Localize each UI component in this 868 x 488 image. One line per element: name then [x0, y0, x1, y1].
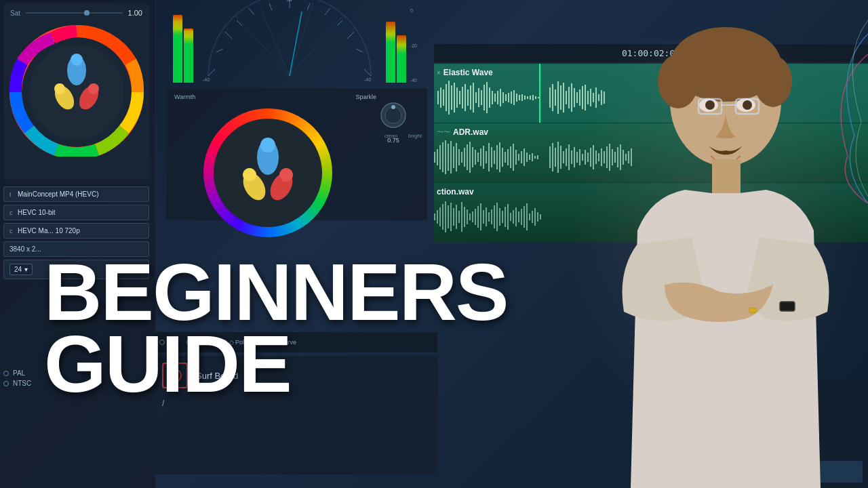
svg-rect-183	[477, 206, 479, 228]
svg-rect-194	[507, 204, 509, 230]
svg-rect-135	[537, 155, 538, 159]
svg-rect-179	[467, 209, 468, 224]
big-text-overlay: BEGINNERS GUIDE	[44, 256, 508, 400]
codec-preset-dropdown[interactable]: c HEVC Ma... 10 720p	[3, 223, 149, 239]
svg-rect-82	[566, 91, 567, 104]
meter-bar-r1	[386, 22, 395, 83]
svg-rect-57	[489, 87, 490, 108]
svg-rect-83	[568, 87, 570, 108]
svg-rect-172	[448, 205, 449, 228]
svg-rect-156	[604, 151, 605, 163]
timecode-display: 01:00:02:00	[622, 48, 680, 58]
codec-format-dropdown[interactable]: t MainConcept MP4 (HEVC)	[3, 186, 149, 202]
svg-rect-175	[456, 205, 457, 229]
wav-label: ction.wav	[437, 187, 474, 197]
svg-rect-116	[486, 151, 487, 163]
svg-rect-123	[505, 152, 506, 163]
svg-rect-92	[593, 93, 594, 102]
bright-label: bright	[408, 133, 422, 139]
svg-rect-181	[472, 211, 473, 222]
svg-rect-106	[458, 149, 460, 165]
db-label-top: 0	[410, 8, 417, 13]
logo-ring	[203, 108, 332, 237]
svg-rect-87	[579, 89, 580, 106]
svg-rect-67	[516, 94, 517, 102]
svg-rect-126	[513, 144, 514, 171]
fps-dropdown[interactable]: 24 ▾	[9, 264, 33, 275]
svg-rect-152	[593, 145, 594, 169]
svg-rect-98	[437, 149, 438, 165]
meter-area: M -40 -40 0 -20 -40	[166, 0, 424, 88]
svg-rect-142	[566, 148, 567, 166]
svg-rect-173	[450, 203, 452, 231]
svg-rect-164	[625, 154, 627, 161]
svg-text:M: M	[287, 0, 292, 3]
svg-rect-206	[540, 214, 541, 220]
svg-rect-88	[582, 86, 583, 109]
svg-rect-162	[620, 144, 621, 170]
svg-rect-93	[595, 87, 597, 108]
svg-rect-79	[557, 81, 559, 114]
svg-point-31	[391, 105, 395, 109]
svg-rect-169	[439, 207, 441, 226]
svg-rect-58	[492, 91, 493, 104]
svg-rect-117	[488, 143, 490, 171]
bottom-right-button[interactable]: Action	[738, 461, 863, 483]
svg-rect-49	[467, 89, 469, 106]
svg-rect-97	[434, 152, 435, 163]
svg-rect-78	[555, 89, 556, 106]
svg-rect-127	[515, 150, 517, 165]
svg-rect-45	[456, 87, 458, 108]
svg-rect-190	[496, 203, 498, 231]
svg-rect-149	[585, 150, 586, 165]
svg-rect-167	[434, 214, 435, 220]
svg-rect-144	[571, 150, 572, 164]
svg-rect-65	[511, 92, 512, 104]
svg-rect-131	[526, 152, 528, 162]
svg-rect-56	[486, 82, 488, 113]
svg-rect-166	[631, 148, 632, 166]
wave-icon-adr: 〜〜	[437, 127, 450, 137]
svg-rect-198	[518, 211, 519, 222]
svg-rect-105	[456, 143, 457, 171]
svg-line-16	[237, 20, 242, 26]
svg-line-14	[364, 69, 371, 76]
svg-rect-100	[442, 142, 443, 172]
curve-lines-area	[732, 0, 868, 203]
close-icon-elastic[interactable]: ×	[437, 69, 441, 77]
svg-rect-202	[529, 214, 530, 220]
svg-point-3	[71, 54, 83, 66]
svg-rect-154	[598, 153, 599, 161]
svg-rect-70	[524, 96, 526, 100]
wav-header: ction.wav	[437, 187, 474, 197]
svg-rect-74	[535, 96, 536, 99]
svg-rect-125	[510, 146, 511, 168]
svg-rect-147	[579, 149, 580, 165]
svg-rect-182	[475, 209, 476, 225]
svg-rect-139	[557, 142, 559, 173]
svg-point-30	[385, 107, 401, 123]
svg-rect-84	[571, 83, 572, 112]
warmth-label: Warmth	[174, 94, 195, 100]
svg-rect-178	[464, 207, 465, 227]
svg-rect-101	[445, 140, 446, 174]
fps-value: 24	[14, 266, 22, 273]
svg-line-15	[216, 49, 223, 52]
svg-rect-122	[502, 148, 503, 167]
svg-rect-107	[461, 152, 462, 163]
svg-rect-89	[585, 85, 586, 110]
svg-rect-112	[475, 150, 476, 165]
db-label-bot: -40	[410, 78, 417, 83]
sparkle-label: Sparkle	[355, 94, 376, 100]
svg-rect-118	[491, 147, 492, 167]
svg-rect-171	[445, 201, 446, 232]
codec-dropdown[interactable]: c HEVC 10-bit	[3, 205, 149, 220]
beginners-text: BEGINNERS	[44, 256, 508, 328]
svg-rect-204	[534, 208, 536, 226]
svg-rect-63	[505, 94, 507, 101]
svg-rect-38	[437, 91, 439, 104]
bottom-right-panel: Re... Action	[732, 380, 868, 488]
svg-rect-196	[513, 210, 514, 224]
sat-slider[interactable]	[26, 12, 123, 14]
svg-rect-180	[469, 214, 471, 220]
